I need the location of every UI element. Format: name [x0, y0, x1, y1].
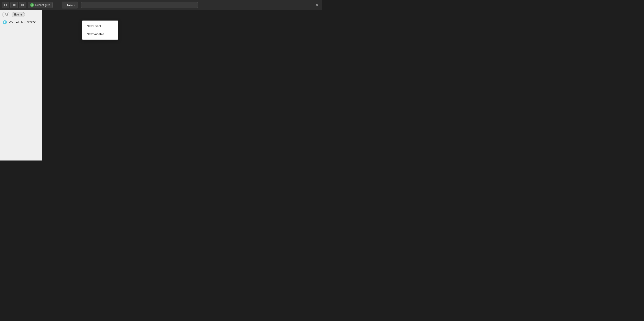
new-button[interactable]: + New ▾	[62, 2, 78, 9]
chevron-down-icon: ▾	[74, 4, 75, 6]
three-dots-icon: ⋯	[55, 3, 59, 7]
main-area: New Event New Variable	[42, 10, 322, 160]
layout-icon-2	[12, 4, 16, 7]
svg-rect-5	[23, 4, 24, 5]
svg-rect-6	[22, 5, 22, 6]
more-options-button[interactable]: ⋯	[54, 2, 60, 8]
svg-rect-7	[23, 5, 24, 6]
layout-icon-1	[4, 4, 7, 7]
layout-icon-3	[21, 4, 24, 7]
item-icon-e2e: E	[3, 20, 7, 24]
layout-btn-1[interactable]	[2, 2, 9, 8]
svg-rect-4	[22, 4, 22, 5]
sidebar-item-e2e[interactable]: E e2e_bulk_box_363550	[0, 19, 42, 26]
reconfigure-label: Reconfigure	[35, 4, 50, 7]
svg-rect-0	[4, 4, 5, 6]
new-label: New	[67, 4, 73, 7]
layout-btn-3[interactable]	[19, 2, 26, 8]
svg-rect-2	[13, 4, 16, 5]
toolbar: ⚙ Reconfigure ⋯ + New ▾ ✕	[0, 0, 322, 10]
reconfigure-button[interactable]: ⚙ Reconfigure	[28, 2, 52, 8]
filter-all-button[interactable]: All	[2, 12, 10, 17]
close-button[interactable]: ✕	[314, 2, 320, 8]
layout-btn-2[interactable]	[10, 2, 18, 8]
main-content: All Events E e2e_bulk_box_363550 New Eve…	[0, 10, 322, 160]
sidebar-item-label: e2e_bulk_box_363550	[9, 21, 36, 24]
new-dropdown-menu: New Event New Variable	[82, 21, 118, 40]
sidebar-filter-bar: All Events	[0, 10, 42, 19]
plus-icon: +	[64, 3, 66, 7]
svg-rect-3	[13, 5, 16, 6]
sidebar: All Events E e2e_bulk_box_363550	[0, 10, 42, 160]
gear-icon: ⚙	[30, 3, 34, 7]
svg-rect-1	[6, 4, 7, 6]
close-icon: ✕	[316, 3, 318, 7]
new-variable-item[interactable]: New Variable	[82, 30, 118, 38]
filter-events-button[interactable]: Events	[12, 12, 25, 17]
search-input[interactable]	[81, 2, 198, 8]
new-event-item[interactable]: New Event	[82, 22, 118, 30]
